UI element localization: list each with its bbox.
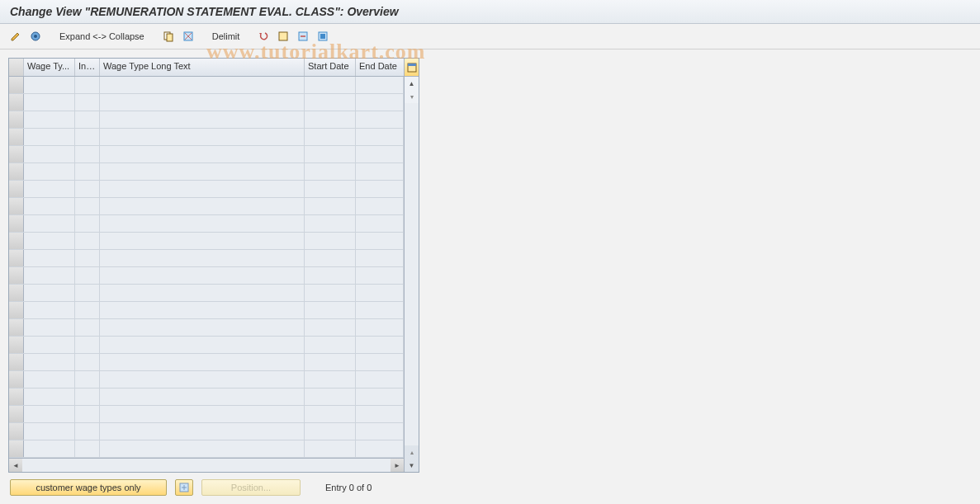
cell-start-date[interactable] [305, 215, 356, 232]
column-wage-type[interactable]: Wage Ty... [24, 59, 75, 76]
table-row[interactable] [9, 181, 404, 198]
cell-end-date[interactable] [356, 267, 404, 284]
cell-start-date[interactable] [305, 163, 356, 180]
cell-wage-type[interactable] [24, 146, 75, 163]
other-view-icon[interactable] [28, 29, 43, 44]
cell-end-date[interactable] [356, 146, 404, 163]
cell-end-date[interactable] [356, 129, 404, 145]
cell-start-date[interactable] [305, 250, 356, 266]
table-row[interactable] [9, 77, 404, 94]
cell-end-date[interactable] [356, 94, 404, 111]
cell-long-text[interactable] [100, 319, 305, 336]
cell-end-date[interactable] [356, 163, 404, 180]
cell-long-text[interactable] [100, 285, 305, 301]
row-selector[interactable] [9, 250, 24, 266]
table-row[interactable] [9, 94, 404, 111]
cell-end-date[interactable] [356, 440, 404, 457]
table-row[interactable] [9, 285, 404, 302]
table-row[interactable] [9, 198, 404, 215]
cell-start-date[interactable] [305, 440, 356, 457]
row-selector[interactable] [9, 215, 24, 232]
cell-wage-type[interactable] [24, 233, 75, 249]
cell-wage-type[interactable] [24, 354, 75, 370]
cell-long-text[interactable] [100, 181, 305, 197]
cell-inf[interactable] [75, 129, 100, 145]
cell-long-text[interactable] [100, 337, 305, 353]
cell-inf[interactable] [75, 233, 100, 249]
cell-end-date[interactable] [356, 181, 404, 197]
cell-long-text[interactable] [100, 129, 305, 145]
cell-end-date[interactable] [356, 406, 404, 422]
configure-icon[interactable] [315, 29, 330, 44]
cell-wage-type[interactable] [24, 302, 75, 318]
cell-start-date[interactable] [305, 198, 356, 214]
table-row[interactable] [9, 163, 404, 181]
row-selector[interactable] [9, 371, 24, 388]
cell-long-text[interactable] [100, 267, 305, 284]
cell-long-text[interactable] [100, 354, 305, 370]
table-row[interactable] [9, 440, 404, 458]
cell-end-date[interactable] [356, 337, 404, 353]
cell-end-date[interactable] [356, 215, 404, 232]
table-row[interactable] [9, 319, 404, 337]
cell-start-date[interactable] [305, 181, 356, 197]
table-row[interactable] [9, 337, 404, 354]
cell-end-date[interactable] [356, 285, 404, 301]
cell-end-date[interactable] [356, 423, 404, 440]
cell-inf[interactable] [75, 354, 100, 370]
cell-inf[interactable] [75, 267, 100, 284]
cell-inf[interactable] [75, 163, 100, 180]
table-row[interactable] [9, 423, 404, 440]
row-selector[interactable] [9, 233, 24, 249]
table-row[interactable] [9, 111, 404, 129]
cell-inf[interactable] [75, 111, 100, 128]
row-selector[interactable] [9, 423, 24, 440]
column-inf[interactable]: Inf... [75, 59, 100, 76]
cell-wage-type[interactable] [24, 94, 75, 111]
cell-long-text[interactable] [100, 302, 305, 318]
cell-inf[interactable] [75, 215, 100, 232]
row-selector[interactable] [9, 111, 24, 128]
cell-start-date[interactable] [305, 285, 356, 301]
row-selector[interactable] [9, 94, 24, 111]
cell-inf[interactable] [75, 285, 100, 301]
expand-collapse-button[interactable]: Expand <-> Collapse [56, 31, 148, 41]
cell-inf[interactable] [75, 319, 100, 336]
cell-long-text[interactable] [100, 389, 305, 405]
cell-end-date[interactable] [356, 319, 404, 336]
cell-inf[interactable] [75, 181, 100, 197]
row-selector[interactable] [9, 389, 24, 405]
row-selector[interactable] [9, 354, 24, 370]
cell-start-date[interactable] [305, 319, 356, 336]
row-selector[interactable] [9, 406, 24, 422]
row-selector[interactable] [9, 198, 24, 214]
table-row[interactable] [9, 233, 404, 250]
table-row[interactable] [9, 406, 404, 423]
cell-long-text[interactable] [100, 111, 305, 128]
cell-inf[interactable] [75, 440, 100, 457]
table-row[interactable] [9, 371, 404, 389]
cell-long-text[interactable] [100, 163, 305, 180]
cell-wage-type[interactable] [24, 406, 75, 422]
cell-wage-type[interactable] [24, 250, 75, 266]
vertical-scrollbar[interactable]: ▲ ▾ ▴ ▼ [404, 59, 419, 472]
cell-long-text[interactable] [100, 94, 305, 111]
cell-wage-type[interactable] [24, 285, 75, 301]
row-selector[interactable] [9, 285, 24, 301]
delimit-button[interactable]: Delimit [209, 31, 244, 41]
row-selector[interactable] [9, 337, 24, 353]
cell-long-text[interactable] [100, 77, 305, 93]
cell-start-date[interactable] [305, 146, 356, 163]
cell-end-date[interactable] [356, 77, 404, 93]
row-selector[interactable] [9, 181, 24, 197]
cell-inf[interactable] [75, 250, 100, 266]
cell-end-date[interactable] [356, 111, 404, 128]
select-all-icon[interactable] [181, 29, 196, 44]
cell-wage-type[interactable] [24, 319, 75, 336]
cell-start-date[interactable] [305, 129, 356, 145]
scroll-up-step-icon[interactable]: ▾ [405, 90, 419, 103]
cell-inf[interactable] [75, 389, 100, 405]
cell-start-date[interactable] [305, 354, 356, 370]
column-long-text[interactable]: Wage Type Long Text [100, 59, 305, 76]
cell-inf[interactable] [75, 146, 100, 163]
